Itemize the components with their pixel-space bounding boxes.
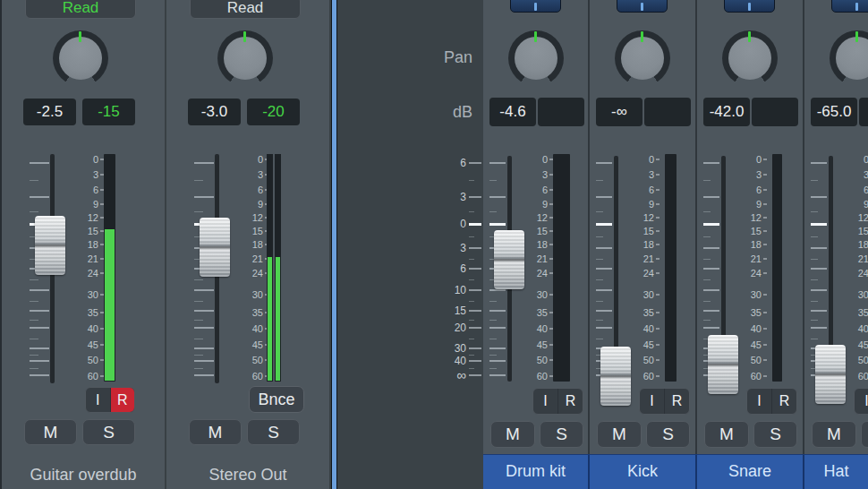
mixer-left-section: Read -2.5 -15 03691215182124303540455060… (0, 0, 331, 489)
level-meter (772, 154, 782, 382)
meter-scale: 03691215182124303540455060 (625, 0, 654, 454)
record-enable-button[interactable]: R (771, 389, 796, 414)
channel-name-bar: Drum kit Kick Snare Hat (483, 454, 868, 489)
input-record-buttons: I R (746, 388, 797, 415)
channel-strip-stereo-out: Read -3.0 -20 03691215182124303540455060… (166, 0, 329, 489)
fader-db-scale-labels: 630361015203040∞ (427, 0, 466, 489)
meter-scale: 03691215182124303540455060 (70, 0, 98, 489)
meter-scale: 03691215182124303540455060 (234, 0, 263, 489)
channel-name-hat[interactable]: Hat (804, 455, 868, 489)
solo-button[interactable]: S (753, 421, 797, 448)
input-record-buttons: I R (532, 388, 583, 415)
solo-button[interactable]: S (540, 421, 583, 448)
fader-scale-ticks (489, 0, 506, 454)
volume-fader[interactable] (200, 218, 230, 277)
channel-strip-snare: -42.0 03691215182124303540455060 I R M S (697, 0, 803, 454)
channel-name-drum-kit[interactable]: Drum kit (483, 455, 588, 489)
channel-name[interactable]: Guitar overdub (2, 464, 165, 485)
mixer-window: Read -2.5 -15 03691215182124303540455060… (0, 0, 868, 489)
meter-scale: 03691215182124303540455060 (519, 0, 548, 454)
mute-button[interactable]: M (812, 421, 856, 448)
level-meter-fill (276, 257, 280, 381)
mute-button[interactable]: M (24, 419, 77, 445)
input-record-buttons: I R (639, 388, 690, 415)
solo-button[interactable]: S (82, 419, 135, 445)
level-meter (553, 154, 570, 382)
level-meter (104, 154, 115, 382)
bounce-button[interactable]: Bnce (249, 386, 304, 413)
level-meter-left (267, 154, 273, 382)
level-meter-fill (105, 229, 115, 381)
meter-scale: 03691215182124303540455060 (840, 0, 868, 454)
solo-button[interactable]: S (861, 421, 868, 448)
channel-name[interactable]: Stereo Out (166, 464, 329, 485)
channel-strip-kick: -∞ 03691215182124303540455060 I R M S (590, 0, 695, 454)
solo-button[interactable]: S (247, 419, 300, 445)
input-monitor-button[interactable]: I (640, 389, 664, 414)
mute-button[interactable]: M (597, 421, 642, 448)
input-record-buttons: I R (85, 387, 135, 413)
record-enable-button[interactable]: R (110, 388, 135, 412)
level-meter-fill (268, 257, 272, 381)
input-monitor-button[interactable]: I (855, 389, 868, 414)
volume-fader[interactable] (35, 216, 65, 275)
mute-button[interactable]: M (490, 421, 535, 448)
mute-button[interactable]: M (189, 419, 242, 445)
input-monitor-button[interactable]: I (747, 389, 771, 414)
fader-db-scale-ticks (469, 0, 481, 489)
channel-strip-hat: -65.0 03691215182124303540455060 I R M S (804, 0, 868, 454)
mixer-row-label-panel: Pan dB 630361015203040∞ (337, 0, 483, 489)
record-enable-button[interactable]: R (557, 389, 583, 414)
meter-scale: 03691215182124303540455060 (733, 0, 762, 454)
level-meter-right (275, 154, 281, 382)
input-monitor-button[interactable]: I (86, 388, 110, 412)
input-record-buttons: I R (854, 388, 868, 415)
window-divider (331, 0, 337, 489)
mute-button[interactable]: M (704, 421, 749, 448)
record-enable-button[interactable]: R (664, 389, 689, 414)
channel-name-snare[interactable]: Snare (697, 455, 803, 489)
solo-button[interactable]: S (646, 421, 690, 448)
input-monitor-button[interactable]: I (533, 389, 557, 414)
level-meter (665, 154, 677, 382)
channel-strip-drum-kit: -4.6 03691215182124303540455060 I R M S (483, 0, 588, 454)
level-meter (267, 154, 282, 382)
channel-strip-guitar-overdub: Read -2.5 -15 03691215182124303540455060… (2, 0, 165, 489)
channel-name-kick[interactable]: Kick (590, 455, 695, 489)
